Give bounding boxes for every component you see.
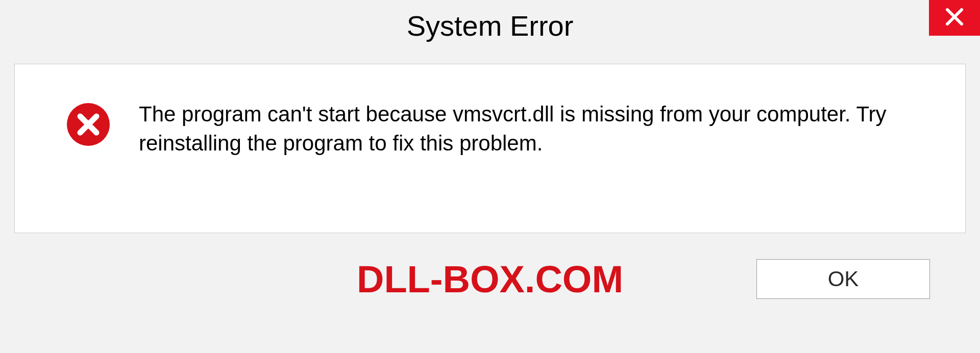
dialog-title: System Error bbox=[407, 9, 574, 42]
content-panel: The program can't start because vmsvcrt.… bbox=[14, 64, 966, 233]
ok-button[interactable]: OK bbox=[756, 259, 930, 299]
watermark-text: DLL-BOX.COM bbox=[357, 258, 623, 301]
close-icon bbox=[944, 7, 965, 29]
error-message: The program can't start because vmsvcrt.… bbox=[139, 100, 935, 158]
title-bar: System Error bbox=[0, 0, 980, 51]
close-button[interactable] bbox=[929, 0, 980, 36]
footer-bar: DLL-BOX.COM OK bbox=[14, 233, 966, 325]
error-icon bbox=[66, 102, 111, 147]
